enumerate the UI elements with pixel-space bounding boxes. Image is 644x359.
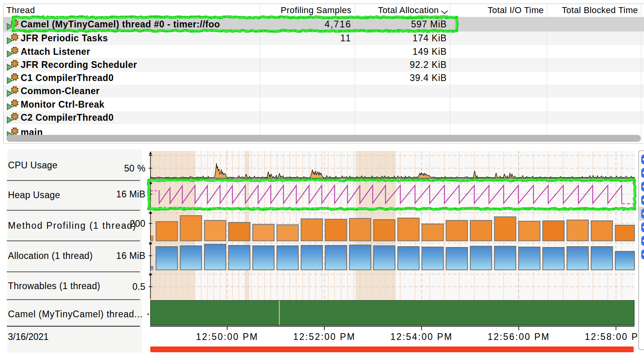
svg-text:Camel (MyTinyCamel) thread...: Camel (MyTinyCamel) thread...	[8, 309, 143, 319]
svg-text:Throwables (1 thread): Throwables (1 thread)	[8, 281, 100, 291]
svg-text:0.5: 0.5	[132, 282, 145, 292]
svg-text:Total I/O Time: Total I/O Time	[488, 5, 544, 15]
svg-text:JFR Recording Scheduler: JFR Recording Scheduler	[21, 60, 137, 70]
svg-text:3/16/2021: 3/16/2021	[8, 332, 48, 342]
svg-text:12:50:00 PM: 12:50:00 PM	[196, 332, 258, 342]
svg-text:50 %: 50 %	[124, 163, 145, 174]
svg-text:Common-Cleaner: Common-Cleaner	[21, 86, 100, 96]
svg-text:Profiling Samples: Profiling Samples	[281, 5, 351, 15]
svg-text:CPU Usage: CPU Usage	[8, 160, 58, 170]
svg-text:C1 CompilerThread0: C1 CompilerThread0	[21, 73, 114, 83]
svg-text:Heap Usage: Heap Usage	[8, 190, 60, 200]
svg-text:4,716: 4,716	[324, 19, 351, 29]
svg-text:Total Allocation: Total Allocation	[378, 5, 439, 15]
svg-text:149 KiB: 149 KiB	[413, 46, 447, 57]
svg-text:Thread: Thread	[6, 5, 35, 15]
svg-text:Camel (MyTinyCamel) thread #0: Camel (MyTinyCamel) thread #0 - timer://…	[21, 19, 220, 29]
svg-text:Method Profiling (1 thread): Method Profiling (1 thread)	[8, 220, 137, 231]
svg-text:16 MiB: 16 MiB	[116, 251, 145, 261]
svg-text:12:56:00 PM: 12:56:00 PM	[488, 332, 550, 342]
svg-text:12:52:00 PM: 12:52:00 PM	[293, 332, 356, 342]
svg-text:16 MiB: 16 MiB	[116, 189, 145, 199]
svg-text:11: 11	[340, 33, 351, 43]
svg-text:92.2 KiB: 92.2 KiB	[410, 60, 447, 70]
svg-text:12:54:00 PM: 12:54:00 PM	[390, 332, 453, 342]
svg-text:Total Blocked Time: Total Blocked Time	[562, 5, 638, 15]
svg-text:C2 CompilerThread0: C2 CompilerThread0	[21, 112, 114, 123]
svg-text:Monitor Ctrl-Break: Monitor Ctrl-Break	[21, 99, 105, 110]
svg-text:Allocation (1 thread): Allocation (1 thread)	[8, 251, 93, 261]
svg-text:12:58:00 PM: 12:58:00 PM	[585, 332, 644, 342]
svg-text:39.4 KiB: 39.4 KiB	[410, 73, 447, 83]
svg-text:597 MiB: 597 MiB	[411, 19, 447, 29]
svg-text:200: 200	[130, 218, 145, 229]
svg-text:Attach Listener: Attach Listener	[21, 46, 90, 57]
svg-text:JFR Periodic Tasks: JFR Periodic Tasks	[21, 33, 108, 43]
svg-text:174 KiB: 174 KiB	[413, 33, 447, 43]
